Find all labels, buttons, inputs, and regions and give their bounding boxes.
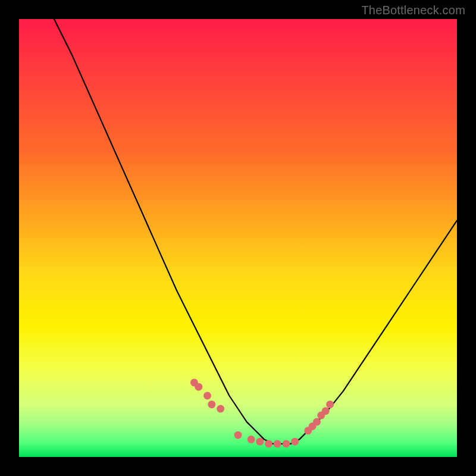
highlight-dot	[326, 400, 334, 408]
highlight-dot	[322, 407, 330, 415]
highlight-dot	[313, 418, 321, 426]
curve-overlay	[19, 19, 457, 457]
highlight-dot	[274, 440, 281, 447]
watermark-text: TheBottleneck.com	[361, 4, 465, 17]
highlight-dot	[208, 400, 215, 408]
highlight-dot	[234, 431, 242, 439]
highlight-dot	[248, 436, 255, 443]
highlight-dot	[291, 438, 299, 446]
plot-area	[19, 19, 457, 457]
highlight-dot	[203, 392, 211, 400]
highlight-dot	[283, 440, 290, 447]
highlight-dot	[195, 383, 202, 391]
highlight-dot	[256, 438, 264, 446]
highlight-dot	[217, 405, 224, 413]
highlight-dot	[265, 440, 273, 447]
chart-frame: TheBottleneck.com	[0, 0, 476, 476]
bottleneck-curve	[54, 19, 457, 444]
